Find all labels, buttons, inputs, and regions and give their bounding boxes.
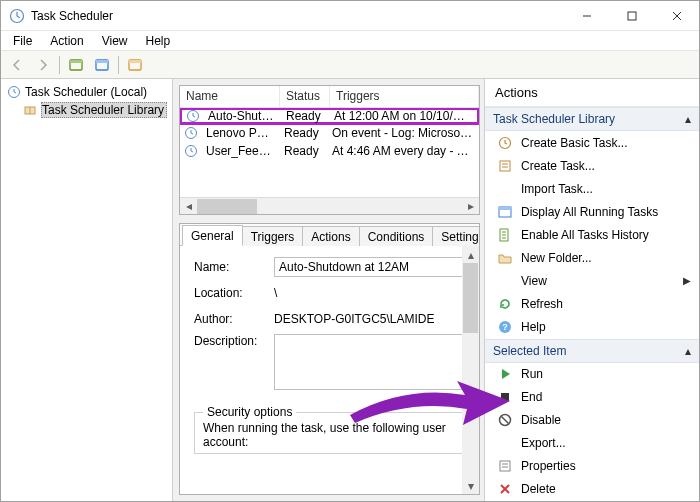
detail-vertical-scrollbar[interactable]: ▴ ▾ (462, 246, 479, 494)
column-triggers[interactable]: Triggers (330, 86, 479, 107)
task-status: Ready (280, 109, 328, 123)
toolbar-separator (59, 56, 60, 74)
name-label: Name: (194, 260, 274, 274)
scroll-left-button[interactable]: ◂ (180, 199, 197, 214)
maximize-button[interactable] (609, 1, 654, 30)
minimize-button[interactable] (564, 1, 609, 30)
action-end[interactable]: End (485, 386, 699, 409)
action-label: New Folder... (521, 251, 592, 265)
toolbar-console-button[interactable] (64, 54, 88, 76)
action-view[interactable]: View ▶ (485, 269, 699, 292)
task-name: Lenovo Pow... (200, 126, 278, 140)
action-label: Properties (521, 459, 576, 473)
tab-general[interactable]: General (182, 225, 243, 246)
action-export[interactable]: Export... (485, 432, 699, 455)
submenu-arrow-icon: ▶ (683, 275, 691, 286)
detail-body: Name: Location: \ Author: DESKTOP-G0ITGC… (180, 246, 479, 494)
scroll-thumb[interactable] (197, 199, 257, 214)
horizontal-scrollbar[interactable]: ◂ ▸ (180, 197, 479, 214)
detail-tabs: General Triggers Actions Conditions Sett… (180, 224, 479, 246)
author-label: Author: (194, 312, 274, 326)
task-row[interactable]: Lenovo Pow... Ready On event - Log: Micr… (180, 124, 479, 142)
toolbar-refresh-button[interactable] (90, 54, 114, 76)
action-label: Create Task... (521, 159, 595, 173)
action-enable-history[interactable]: Enable All Tasks History (485, 223, 699, 246)
toolbar-help-button[interactable] (123, 54, 147, 76)
action-label: Run (521, 367, 543, 381)
window-buttons (564, 1, 699, 30)
scroll-thumb[interactable] (463, 263, 478, 333)
actions-pane-title: Actions (485, 79, 699, 107)
action-create-task[interactable]: Create Task... (485, 154, 699, 177)
main-area: Task Scheduler (Local) Task Scheduler Li… (1, 79, 699, 501)
action-help[interactable]: ? Help (485, 316, 699, 339)
close-button[interactable] (654, 1, 699, 30)
disable-icon (497, 412, 513, 428)
action-label: Import Task... (521, 182, 593, 196)
task-list-body: Auto-Shutd... Ready At 12:00 AM on 10/10… (180, 108, 479, 197)
action-label: Display All Running Tasks (521, 205, 658, 219)
import-task-icon (497, 181, 513, 197)
app-icon (9, 8, 25, 24)
column-status[interactable]: Status (280, 86, 330, 107)
window-title: Task Scheduler (31, 9, 564, 23)
action-refresh[interactable]: Refresh (485, 292, 699, 315)
action-label: Enable All Tasks History (521, 228, 649, 242)
actions-section-library[interactable]: Task Scheduler Library ▴ (485, 107, 699, 131)
help-icon: ? (497, 319, 513, 335)
menu-action[interactable]: Action (42, 32, 91, 50)
tree-root[interactable]: Task Scheduler (Local) (3, 83, 170, 101)
run-icon (497, 366, 513, 382)
scroll-track[interactable] (462, 263, 479, 477)
action-disable[interactable]: Disable (485, 409, 699, 432)
scroll-track[interactable] (197, 199, 462, 214)
action-properties[interactable]: Properties (485, 455, 699, 478)
tree-root-label: Task Scheduler (Local) (25, 85, 147, 99)
task-name: User_Feed_S... (200, 144, 278, 158)
create-task-icon (497, 158, 513, 174)
scroll-right-button[interactable]: ▸ (462, 199, 479, 214)
location-value: \ (274, 286, 471, 300)
column-name[interactable]: Name (180, 86, 280, 107)
name-field[interactable] (274, 257, 464, 277)
action-create-basic-task[interactable]: Create Basic Task... (485, 131, 699, 154)
task-row-selected[interactable]: Auto-Shutd... Ready At 12:00 AM on 10/10… (180, 108, 479, 125)
menu-help[interactable]: Help (138, 32, 179, 50)
task-row[interactable]: User_Feed_S... Ready At 4:46 AM every da… (180, 142, 479, 160)
clock-icon (184, 126, 198, 140)
tab-settings[interactable]: Settings (432, 226, 480, 246)
description-field[interactable] (274, 334, 464, 390)
toolbar-forward-button[interactable] (31, 54, 55, 76)
properties-icon (497, 458, 513, 474)
actions-section-selected[interactable]: Selected Item ▴ (485, 339, 699, 363)
svg-rect-16 (499, 207, 511, 210)
task-name: Auto-Shutd... (202, 109, 280, 123)
tab-conditions[interactable]: Conditions (359, 226, 434, 246)
scroll-up-button[interactable]: ▴ (462, 246, 479, 263)
view-icon (497, 273, 513, 289)
tree-library-label: Task Scheduler Library (41, 102, 167, 118)
clock-icon (186, 109, 200, 123)
scroll-down-button[interactable]: ▾ (462, 477, 479, 494)
menu-file[interactable]: File (5, 32, 40, 50)
action-new-folder[interactable]: New Folder... (485, 246, 699, 269)
task-trigger: On event - Log: Microsoft-Window (326, 126, 479, 140)
action-delete[interactable]: Delete (485, 478, 699, 501)
tab-actions[interactable]: Actions (302, 226, 359, 246)
action-run[interactable]: Run (485, 363, 699, 386)
svg-rect-22 (500, 461, 510, 471)
task-list: Name Status Triggers Auto-Shutd... Ready… (179, 85, 480, 215)
running-tasks-icon (497, 204, 513, 220)
window-titlebar: Task Scheduler (1, 1, 699, 31)
menu-bar: File Action View Help (1, 31, 699, 51)
svg-rect-14 (500, 161, 510, 171)
svg-rect-1 (628, 12, 636, 20)
tree-library[interactable]: Task Scheduler Library (3, 101, 170, 119)
toolbar (1, 51, 699, 79)
action-display-running[interactable]: Display All Running Tasks (485, 200, 699, 223)
menu-view[interactable]: View (94, 32, 136, 50)
toolbar-back-button[interactable] (5, 54, 29, 76)
tab-triggers[interactable]: Triggers (242, 226, 304, 246)
clock-icon (7, 85, 21, 99)
action-import-task[interactable]: Import Task... (485, 177, 699, 200)
